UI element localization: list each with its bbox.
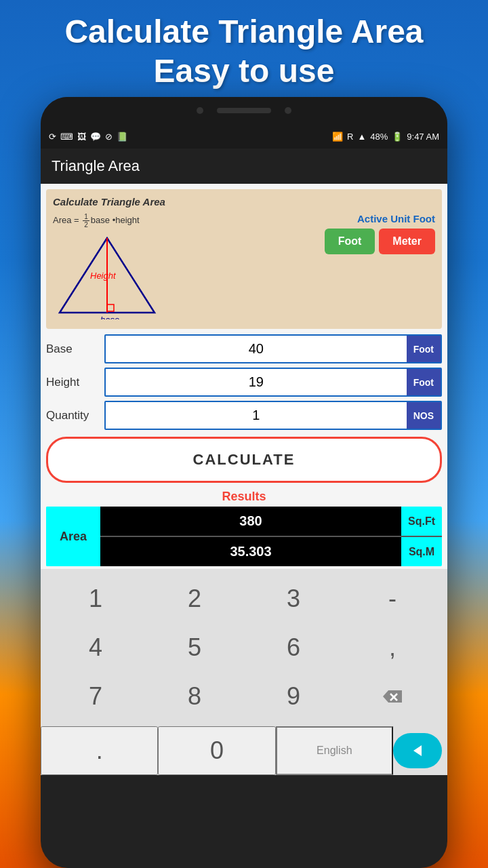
calculate-button[interactable]: CALCULATE [46,437,442,483]
phone-speaker [217,108,271,113]
base-input[interactable] [106,336,407,362]
key-comma[interactable]: , [343,623,442,672]
wifi-icon: 📶 [332,132,343,142]
results-label: Results [46,490,442,504]
sqft-unit: Sq.Ft [401,509,442,534]
quantity-label: Quantity [46,409,100,422]
battery-percent: 48% [370,132,388,142]
results-values: 380 Sq.Ft 35.303 Sq.M [100,507,442,566]
foot-button[interactable]: Foot [325,229,375,254]
key-6[interactable]: 6 [244,623,343,672]
svg-text:Height: Height [90,271,117,281]
quantity-input-wrap: NOS [104,401,442,430]
backspace-key[interactable] [343,672,442,721]
svg-rect-2 [107,304,114,311]
formula-text: Area = 12base •height [53,213,325,229]
time-display: 9:47 AM [407,132,439,142]
sync-icon: ⟳ [49,132,56,142]
base-input-wrap: Foot [104,334,442,363]
status-bar: ⟳ ⌨ 🖼 💬 ⊘ 📗 📶 R ▲ 48% 🔋 9:47 AM [41,124,447,149]
sqft-row: 380 Sq.Ft [100,507,442,536]
calculator-card: Calculate Triangle Area Area = 12base •h… [46,189,442,329]
numpad-bottom: . 0 English [41,726,447,775]
keyboard-icon: ⌨ [60,132,73,142]
height-input-wrap: Foot [104,368,442,397]
svg-marker-8 [413,745,422,756]
battery-icon: 🔋 [392,132,403,142]
key-8[interactable]: 8 [145,672,244,721]
sqm-unit: Sq.M [401,539,442,565]
signal-bars: ▲ [357,132,366,142]
sqm-row: 35.303 Sq.M [100,537,442,566]
chat-icon: 💬 [90,132,101,142]
quantity-unit-badge: NOS [407,402,441,429]
app-bar: Triangle Area [41,149,447,184]
active-unit-label: Active Unit Foot [357,213,435,224]
quantity-input-row: Quantity NOS [46,401,442,430]
formula-section: Area = 12base •height Height base [53,213,325,322]
app-title: Calculate Triangle Area Easy to use [51,0,436,97]
key-9[interactable]: 9 [244,672,343,721]
signal-label: R [347,132,353,142]
status-left-icons: ⟳ ⌨ 🖼 💬 ⊘ 📗 [49,132,127,142]
key-2[interactable]: 2 [145,574,244,623]
key-minus[interactable]: - [343,574,442,623]
sqft-value: 380 [100,507,401,536]
svg-text:base: base [100,315,119,319]
results-table: Area 380 Sq.Ft 35.303 Sq.M [46,507,442,566]
phone-frame: ⟳ ⌨ 🖼 💬 ⊘ 📗 📶 R ▲ 48% 🔋 9:47 AM Triangle… [41,97,447,868]
status-right-icons: 📶 R ▲ 48% 🔋 9:47 AM [332,132,439,142]
key-4[interactable]: 4 [46,623,145,672]
wifi-off-icon: ⊘ [105,132,113,142]
key-english[interactable]: English [276,726,393,775]
content-area: Calculate Triangle Area Area = 12base •h… [41,184,447,775]
front-camera [197,107,203,114]
height-unit-badge: Foot [407,369,441,395]
base-input-row: Base Foot [46,334,442,363]
area-label: Area [46,507,100,566]
app-bar-title: Triangle Area [52,157,140,175]
key-7[interactable]: 7 [46,672,145,721]
key-0[interactable]: 0 [158,726,275,775]
numpad: 1 2 3 - 4 5 6 , 7 8 9 [41,569,447,726]
quantity-input[interactable] [106,402,407,429]
base-label: Base [46,342,100,356]
image-icon: 🖼 [77,132,86,142]
height-input-row: Height Foot [46,368,442,397]
book-icon: 📗 [117,132,127,142]
results-section: Results Area 380 Sq.Ft 35.303 Sq.M [46,490,442,566]
unit-buttons: Foot Meter [325,229,435,254]
height-label: Height [46,376,100,389]
sensor [285,107,291,114]
key-1[interactable]: 1 [46,574,145,623]
meter-button[interactable]: Meter [379,229,435,254]
enter-key[interactable] [393,733,442,768]
base-unit-badge: Foot [407,336,441,362]
key-5[interactable]: 5 [145,623,244,672]
unit-section: Active Unit Foot Foot Meter [325,213,435,254]
key-dot[interactable]: . [41,726,158,775]
key-3[interactable]: 3 [244,574,343,623]
card-title: Calculate Triangle Area [53,196,435,208]
height-input[interactable] [106,369,407,395]
sqm-value: 35.303 [100,537,401,566]
triangle-diagram: Height base [53,231,161,319]
